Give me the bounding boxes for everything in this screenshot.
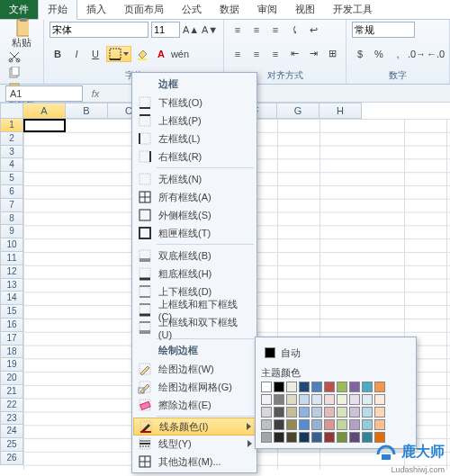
row-header-5[interactable]: 5: [0, 172, 23, 185]
row-header-1[interactable]: 1: [0, 119, 23, 132]
row-header-2[interactable]: 2: [0, 132, 23, 146]
tab-formula[interactable]: 公式: [173, 0, 211, 19]
color-swatch[interactable]: [324, 432, 335, 443]
color-swatch[interactable]: [311, 382, 322, 392]
color-swatch[interactable]: [274, 419, 284, 430]
row-header-3[interactable]: 3: [0, 146, 23, 159]
menu-item-thick-bottom[interactable]: 粗底框线(H): [133, 265, 256, 283]
name-box[interactable]: A1: [5, 85, 83, 102]
align-center-icon[interactable]: ≡: [248, 46, 265, 62]
col-header-H[interactable]: H: [320, 103, 362, 119]
color-swatch[interactable]: [261, 382, 272, 392]
menu-item-top-double-bottom[interactable]: 上框线和双下框线(U): [133, 319, 256, 337]
color-swatch[interactable]: [299, 407, 310, 418]
color-swatch[interactable]: [324, 394, 335, 405]
color-swatch[interactable]: [261, 394, 272, 405]
color-swatch[interactable]: [286, 419, 297, 430]
color-swatch[interactable]: [374, 407, 385, 418]
color-swatch[interactable]: [349, 382, 360, 392]
color-swatch[interactable]: [337, 432, 347, 443]
indent-inc-icon[interactable]: ⇥: [305, 46, 321, 62]
row-header-8[interactable]: 8: [0, 212, 23, 226]
align-bottom-icon[interactable]: ≡: [267, 22, 284, 38]
color-swatch[interactable]: [362, 432, 373, 443]
color-swatch[interactable]: [274, 407, 284, 418]
border-button[interactable]: [106, 46, 131, 62]
italic-button[interactable]: I: [68, 46, 85, 62]
tab-review[interactable]: 审阅: [248, 0, 286, 19]
menu-item-draw-grid[interactable]: 绘图边框网格(G): [133, 378, 256, 396]
menu-item-all[interactable]: 所有框线(A): [133, 188, 256, 206]
font-color-button[interactable]: A: [153, 46, 169, 62]
paste-button[interactable]: 粘贴: [5, 22, 38, 49]
row-header-19[interactable]: 19: [0, 358, 23, 372]
color-swatch[interactable]: [286, 407, 297, 418]
menu-item-none[interactable]: 无框线(N): [133, 170, 256, 188]
color-swatch[interactable]: [274, 382, 284, 392]
color-swatch[interactable]: [299, 419, 310, 430]
row-header-12[interactable]: 12: [0, 265, 23, 279]
align-right-icon[interactable]: ≡: [267, 46, 284, 62]
orientation-icon[interactable]: ⤹: [286, 22, 302, 38]
menu-item-draw-border[interactable]: 绘图边框(W): [133, 360, 256, 378]
row-header-4[interactable]: 4: [0, 158, 23, 172]
row-header-7[interactable]: 7: [0, 199, 23, 212]
inc-decimal-icon[interactable]: .0→: [409, 46, 425, 62]
color-swatch[interactable]: [261, 419, 272, 430]
select-all-corner[interactable]: [0, 103, 23, 119]
color-swatch[interactable]: [311, 407, 322, 418]
dec-decimal-icon[interactable]: ←.0: [428, 46, 444, 62]
align-middle-icon[interactable]: ≡: [248, 22, 265, 38]
color-swatch[interactable]: [311, 419, 322, 430]
color-swatch[interactable]: [299, 394, 310, 405]
color-swatch[interactable]: [299, 432, 310, 443]
menu-item-erase[interactable]: 擦除边框(E): [133, 396, 256, 414]
color-swatch[interactable]: [311, 432, 322, 443]
tab-view[interactable]: 视图: [286, 0, 324, 19]
color-swatch[interactable]: [374, 419, 385, 430]
number-format-select[interactable]: [352, 22, 415, 38]
col-header-A[interactable]: A: [23, 103, 66, 119]
row-header-6[interactable]: 6: [0, 185, 23, 199]
currency-icon[interactable]: $: [352, 46, 368, 62]
color-swatch[interactable]: [261, 407, 272, 418]
color-swatch[interactable]: [374, 394, 385, 405]
menu-item-left[interactable]: 左框线(L): [133, 130, 256, 148]
cut-icon[interactable]: [7, 49, 22, 64]
color-swatch[interactable]: [362, 382, 373, 392]
wrap-text-icon[interactable]: ↩: [305, 22, 321, 38]
color-swatch[interactable]: [324, 407, 335, 418]
color-swatch[interactable]: [299, 382, 310, 392]
color-swatch[interactable]: [274, 432, 284, 443]
row-header-22[interactable]: 22: [0, 399, 23, 412]
decrease-font-icon[interactable]: A▼: [202, 22, 218, 38]
color-swatch[interactable]: [286, 432, 297, 443]
row-header-18[interactable]: 18: [0, 346, 23, 359]
color-swatch[interactable]: [324, 419, 335, 430]
font-size-select[interactable]: [151, 22, 180, 38]
fill-color-button[interactable]: [134, 46, 150, 62]
col-header-B[interactable]: B: [66, 103, 108, 119]
color-swatch[interactable]: [286, 394, 297, 405]
color-swatch[interactable]: [337, 407, 347, 418]
menu-item-thickbox[interactable]: 粗匣框线(T): [133, 224, 256, 242]
increase-font-icon[interactable]: A▲: [183, 22, 199, 38]
color-swatch[interactable]: [362, 394, 373, 405]
merge-icon[interactable]: ⊞: [324, 46, 340, 62]
row-header-10[interactable]: 10: [0, 238, 23, 252]
color-swatch[interactable]: [349, 407, 360, 418]
color-swatch[interactable]: [374, 382, 385, 392]
fx-icon[interactable]: fx: [88, 86, 103, 101]
row-header-11[interactable]: 11: [0, 252, 23, 265]
color-swatch[interactable]: [261, 432, 272, 443]
bold-button[interactable]: B: [50, 46, 66, 62]
row-header-14[interactable]: 14: [0, 292, 23, 305]
color-swatch[interactable]: [337, 394, 347, 405]
color-swatch[interactable]: [274, 394, 284, 405]
align-top-icon[interactable]: ≡: [230, 22, 246, 38]
tab-home[interactable]: 开始: [38, 0, 77, 20]
menu-item-top[interactable]: 上框线(P): [133, 112, 256, 130]
row-header-20[interactable]: 20: [0, 372, 23, 385]
color-swatch[interactable]: [337, 419, 347, 430]
color-swatch[interactable]: [311, 394, 322, 405]
